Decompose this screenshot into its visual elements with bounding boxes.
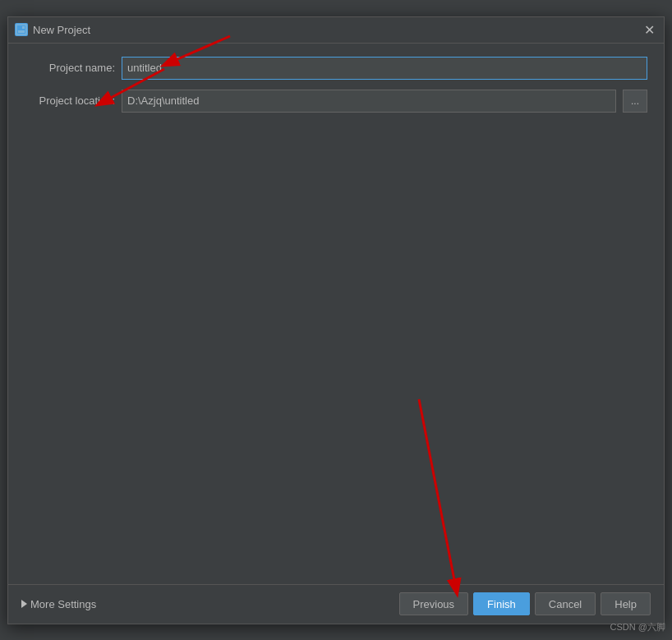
project-location-row: Project location: ... (25, 90, 647, 113)
help-button[interactable]: Help (601, 592, 651, 615)
svg-rect-1 (18, 26, 21, 30)
more-settings-toggle[interactable]: More Settings (21, 598, 96, 610)
svg-rect-3 (18, 30, 25, 33)
bottom-bar: More Settings Previous Finish Cancel Hel… (8, 584, 664, 624)
title-bar-left: New Project (15, 23, 90, 36)
dialog-icon (15, 23, 28, 36)
project-location-label: Project location: (25, 94, 115, 107)
watermark: CSDN @六脚 (610, 621, 665, 633)
browse-button[interactable]: ... (623, 90, 647, 113)
new-project-dialog: New Project ✕ Project name: Project loca… (7, 16, 665, 624)
dialog-content: Project name: Project location: ... (8, 44, 664, 584)
finish-button[interactable]: Finish (473, 592, 530, 615)
content-spacer (25, 122, 647, 571)
more-settings-label: More Settings (30, 598, 96, 610)
more-settings-triangle-icon (21, 600, 27, 608)
project-name-label: Project name: (25, 62, 115, 74)
project-location-input[interactable] (122, 90, 616, 113)
dialog-wrapper: New Project ✕ Project name: Project loca… (0, 0, 672, 640)
dialog-title: New Project (33, 24, 90, 36)
project-name-row: Project name: (25, 57, 647, 80)
title-bar: New Project ✕ (8, 17, 664, 44)
project-name-input[interactable] (122, 57, 647, 80)
previous-button[interactable]: Previous (399, 592, 469, 615)
close-button[interactable]: ✕ (641, 21, 657, 38)
svg-rect-2 (22, 26, 25, 29)
bottom-buttons: Previous Finish Cancel Help (399, 592, 651, 615)
cancel-button[interactable]: Cancel (535, 592, 596, 615)
